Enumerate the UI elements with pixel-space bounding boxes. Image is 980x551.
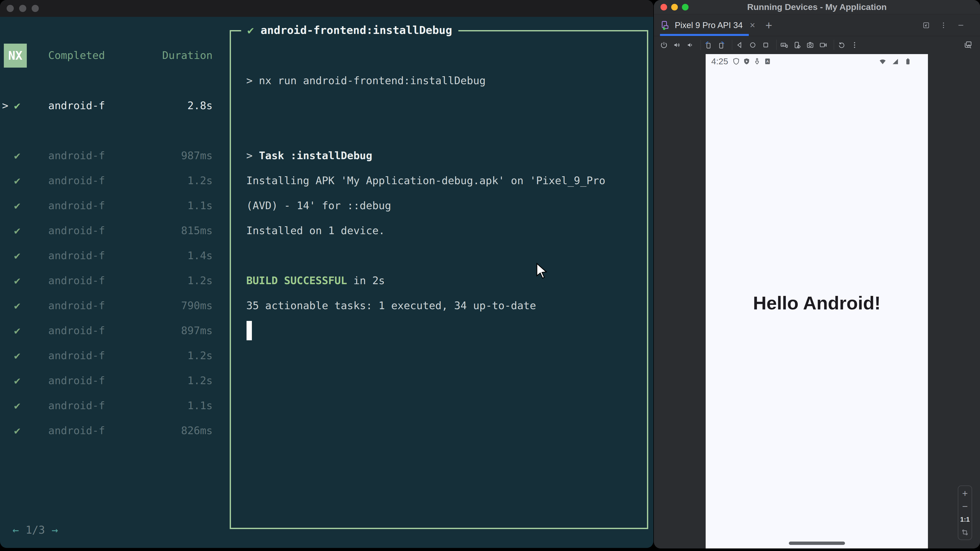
zoom-out-button[interactable]: − <box>962 503 968 510</box>
pagination: ← 1/3 → <box>13 517 58 542</box>
check-icon: ✔ <box>14 93 21 118</box>
task-name: android-f <box>48 193 105 218</box>
task-name: android-f <box>48 293 105 318</box>
shield-play-icon <box>743 57 751 65</box>
check-icon: ✔ <box>14 368 21 393</box>
zoom-controls: + − 1:1 <box>958 486 972 540</box>
next-page-arrow-icon[interactable]: → <box>52 524 58 536</box>
selection-caret: > <box>2 93 8 118</box>
task-name: android-f <box>48 218 105 243</box>
check-icon: ✔ <box>14 293 21 318</box>
svg-text:A: A <box>767 59 769 63</box>
task-name: android-f <box>48 368 105 393</box>
actual-size-button[interactable]: 1:1 <box>960 516 970 524</box>
page-indicator: 1/3 <box>25 524 45 536</box>
more-icon[interactable] <box>851 41 859 49</box>
traffic-minimize-icon[interactable] <box>19 5 26 12</box>
float-window-icon[interactable] <box>922 21 930 29</box>
prev-page-arrow-icon[interactable]: ← <box>13 524 19 536</box>
output-line: 35 actionable tasks: 1 executed, 34 up-t… <box>246 293 605 318</box>
task-duration: 790ms <box>181 293 213 318</box>
task-duration: 1.2s <box>187 343 213 368</box>
auto-fill-icon: A <box>764 57 772 65</box>
task-duration: 815ms <box>181 218 213 243</box>
device-settings-icon[interactable] <box>793 41 801 49</box>
new-tab-icon[interactable]: + <box>765 18 772 32</box>
phone-device-icon <box>660 20 670 30</box>
output-line: > nx run android-frontend:installDebug <box>246 68 605 93</box>
traffic-zoom-icon[interactable] <box>32 5 39 12</box>
hide-icon[interactable] <box>957 21 965 29</box>
screenshot-icon[interactable] <box>806 41 814 49</box>
window-title: Running Devices - My Application <box>654 2 980 12</box>
task-row[interactable]: ✔android-f815ms <box>0 218 213 243</box>
check-icon: ✔ <box>14 393 21 418</box>
task-row[interactable]: ✔android-f1.4s <box>0 243 213 268</box>
device-tab-row: Pixel 9 Pro API 34 × + <box>654 14 980 36</box>
task-name: android-f <box>48 168 105 193</box>
check-icon: ✔ <box>14 143 21 168</box>
task-duration: 1.2s <box>187 168 213 193</box>
recents-icon[interactable] <box>762 41 770 49</box>
toolbar-divider <box>700 40 701 50</box>
task-row[interactable]: ✔android-f1.2s <box>0 268 213 293</box>
output-line <box>246 118 605 143</box>
task-name: android-f <box>48 343 105 368</box>
check-icon: ✔ <box>14 318 21 343</box>
task-duration: 826ms <box>181 418 213 443</box>
rotate-right-icon[interactable] <box>718 41 725 49</box>
task-name: android-f <box>48 393 105 418</box>
output-line: (AVD) - 14' for ::debug <box>246 193 605 218</box>
volume-up-icon[interactable] <box>673 41 681 49</box>
emulator-toolbar <box>654 36 980 54</box>
volume-down-icon[interactable] <box>686 41 694 49</box>
running-devices-window: Running Devices - My Application Pixel 9… <box>654 0 980 548</box>
status-time: 4:25 <box>711 56 728 66</box>
output-line <box>246 243 605 268</box>
fit-screen-icon[interactable] <box>961 529 969 536</box>
traffic-close-icon[interactable] <box>6 5 14 12</box>
zoom-in-button[interactable]: + <box>962 489 968 497</box>
task-duration: 1.2s <box>187 368 213 393</box>
column-header-duration: Duration <box>148 49 213 62</box>
task-row[interactable]: ✔android-f987ms <box>0 143 213 168</box>
output-line: Installed on 1 device. <box>246 218 605 243</box>
task-row[interactable]: ✔android-f1.1s <box>0 193 213 218</box>
task-row[interactable]: ✔android-f897ms <box>0 318 213 343</box>
wellbeing-icon <box>753 57 761 65</box>
check-icon: ✔ <box>247 24 254 37</box>
home-icon[interactable] <box>749 41 757 49</box>
toolbar-divider <box>732 40 732 50</box>
task-row[interactable]: ✔android-f1.2s <box>0 343 213 368</box>
task-name: android-f <box>48 268 105 293</box>
rotate-left-icon[interactable] <box>704 41 712 49</box>
back-icon[interactable] <box>736 41 744 49</box>
output-line <box>246 93 605 118</box>
check-icon: ✔ <box>14 243 21 268</box>
more-vert-icon[interactable] <box>940 21 947 29</box>
nx-logo: NX <box>4 44 27 68</box>
task-row[interactable]: ✔android-f1.1s <box>0 393 213 418</box>
output-line: Installing APK 'My Application-debug.apk… <box>246 168 605 193</box>
hardware-input-icon[interactable] <box>780 41 788 49</box>
navigation-handle[interactable] <box>789 541 845 545</box>
task-row[interactable]: ✔android-f1.2s <box>0 368 213 393</box>
screen-record-icon[interactable] <box>819 41 827 49</box>
task-row[interactable]: ✔android-f790ms <box>0 293 213 318</box>
task-duration: 1.1s <box>187 393 213 418</box>
tab-pixel-9-pro[interactable]: Pixel 9 Pro API 34 × <box>660 14 757 36</box>
task-row[interactable]: ✔android-f826ms <box>0 418 213 443</box>
close-tab-icon[interactable]: × <box>750 20 755 30</box>
cellular-icon <box>891 57 899 65</box>
shield-icon <box>732 57 740 65</box>
task-name: android-f <box>48 143 105 168</box>
task-duration: 1.2s <box>187 268 213 293</box>
task-row-selected[interactable]: > ✔ android-f 2.8s <box>0 93 213 118</box>
task-row[interactable]: ✔android-f1.2s <box>0 168 213 193</box>
power-icon[interactable] <box>660 41 668 49</box>
battery-icon <box>904 57 912 65</box>
restart-icon[interactable] <box>838 41 845 49</box>
android-status-bar: 4:25 A <box>711 56 914 67</box>
device-snapshots-icon[interactable] <box>964 41 972 49</box>
emulator-screen[interactable]: 4:25 A <box>706 54 928 548</box>
